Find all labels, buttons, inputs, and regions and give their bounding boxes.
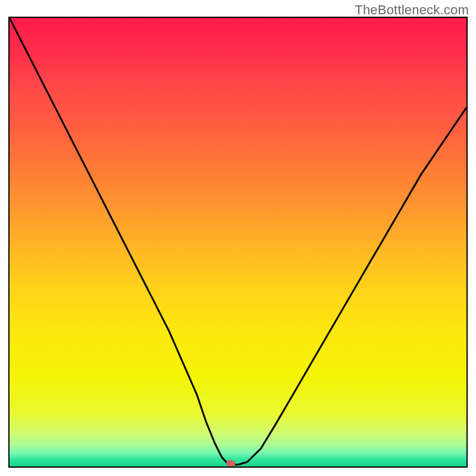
optimum-marker xyxy=(227,461,236,467)
chart-container: TheBottleneck.com xyxy=(0,0,476,476)
plot-frame xyxy=(8,17,468,468)
watermark-text: TheBottleneck.com xyxy=(355,2,469,18)
bottleneck-curve xyxy=(10,18,466,465)
curve-svg xyxy=(10,18,466,466)
